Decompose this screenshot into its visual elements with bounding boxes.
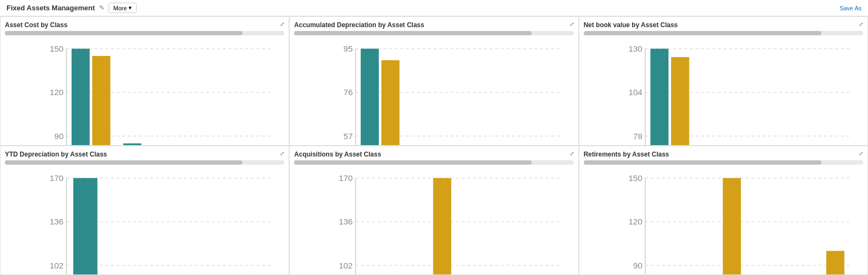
chart-svg: 17013610268340653080Class	[5, 167, 284, 275]
svg-rect-137	[826, 251, 844, 275]
scrollbar-track[interactable]	[294, 31, 573, 35]
svg-rect-67	[671, 57, 689, 146]
scrollbar-thumb[interactable]	[294, 31, 532, 35]
dashboard: Asset Cost by Class⤢15012090603002085308…	[0, 16, 868, 275]
chart-svg: 150120906030020306055Class	[584, 167, 863, 275]
page-title: Fixed Assets Management	[7, 4, 95, 12]
svg-rect-66	[650, 49, 668, 146]
panel-accum-dep: Accumulated Depreciation by Asset Class⤢…	[289, 16, 578, 146]
panel-net-book: Net book value by Asset Class⤢1301047852…	[579, 16, 868, 146]
scrollbar-thumb[interactable]	[584, 160, 821, 165]
svg-text:120: 120	[628, 217, 642, 226]
expand-icon[interactable]: ⤢	[280, 21, 284, 27]
panel-title-accum-dep: Accumulated Depreciation by Asset Class	[294, 21, 573, 29]
panel-title-net-book: Net book value by Asset Class	[584, 21, 863, 29]
chart-svg: 1701361026834020306085Class	[294, 167, 573, 275]
bar-chart: 130104785226020803085Class	[584, 38, 863, 146]
top-bar-left: Fixed Assets Management ✎ More ▾	[7, 3, 137, 13]
svg-rect-12	[72, 49, 90, 146]
panel-title-ytd-dep: YTD Depreciation by Asset Class	[5, 151, 284, 158]
expand-icon[interactable]: ⤢	[859, 151, 863, 157]
chart-area: 17013610268340653080ClassPrior YTD Depre…	[5, 160, 284, 275]
svg-text:170: 170	[49, 173, 63, 183]
expand-icon[interactable]: ⤢	[570, 21, 574, 27]
panel-ytd-dep: YTD Depreciation by Asset Class⤢17013610…	[0, 146, 289, 275]
panel-title-retirements: Retirements by Asset Class	[584, 151, 863, 158]
svg-rect-13	[92, 56, 110, 146]
expand-icon[interactable]: ⤢	[859, 21, 863, 27]
svg-text:136: 136	[49, 217, 63, 226]
svg-text:136: 136	[339, 217, 353, 226]
bar-chart: 9576573819065302080Class	[294, 38, 573, 146]
chart-area: 130104785226020803085ClassNet Book Value…	[584, 31, 863, 146]
svg-text:76: 76	[343, 88, 353, 97]
chart-area: 150120906030020306055ClassRetired Last Y…	[584, 160, 863, 275]
svg-text:90: 90	[54, 132, 63, 141]
bar-chart: 150120906030020306055Class	[584, 167, 863, 275]
scrollbar-track[interactable]	[5, 31, 284, 35]
svg-text:90: 90	[633, 261, 642, 270]
edit-icon[interactable]: ✎	[99, 4, 104, 11]
svg-rect-134	[723, 178, 741, 275]
scrollbar-thumb[interactable]	[5, 31, 242, 35]
svg-text:102: 102	[339, 261, 353, 270]
panel-retirements: Retirements by Asset Class⤢1501209060300…	[579, 146, 868, 275]
svg-text:104: 104	[628, 88, 642, 97]
svg-rect-39	[361, 49, 379, 146]
chart-svg: 9576573819065302080Class	[294, 38, 573, 146]
expand-icon[interactable]: ⤢	[280, 151, 284, 157]
top-bar: Fixed Assets Management ✎ More ▾ Save As	[0, 0, 868, 16]
scrollbar-thumb[interactable]	[5, 160, 242, 165]
chart-area: 1701361026834020306085ClassAcquired Last…	[294, 160, 573, 275]
scrollbar-track[interactable]	[584, 31, 863, 35]
svg-text:57: 57	[343, 132, 353, 141]
svg-text:120: 120	[49, 88, 63, 97]
bar-chart: 1701361026834020306085Class	[294, 167, 573, 275]
chart-svg: 130104785226020803085Class	[584, 38, 863, 146]
panel-title-acquisitions: Acquisitions by Asset Class	[294, 151, 573, 158]
svg-text:150: 150	[628, 173, 642, 183]
save-as-button[interactable]: Save As	[840, 5, 861, 11]
scrollbar-thumb[interactable]	[584, 31, 821, 35]
svg-rect-93	[73, 178, 97, 275]
panel-title-asset-cost: Asset Cost by Class	[5, 21, 284, 29]
svg-rect-40	[381, 60, 399, 146]
svg-text:78: 78	[633, 132, 642, 141]
scrollbar-track[interactable]	[5, 160, 284, 165]
svg-text:170: 170	[339, 173, 353, 183]
bar-chart: 150120906030020853080Class	[5, 38, 284, 146]
chart-svg: 150120906030020853080Class	[5, 38, 284, 146]
more-button[interactable]: More ▾	[108, 3, 137, 13]
svg-text:150: 150	[49, 44, 63, 53]
chart-area: 9576573819065302080ClassAccumulated Depr…	[294, 31, 573, 146]
expand-icon[interactable]: ⤢	[570, 151, 574, 157]
svg-text:95: 95	[343, 44, 353, 53]
svg-rect-114	[433, 178, 451, 275]
svg-text:102: 102	[49, 261, 63, 270]
panel-acquisitions: Acquisitions by Asset Class⤢170136102683…	[289, 146, 578, 275]
scrollbar-track[interactable]	[294, 160, 573, 165]
panel-asset-cost: Asset Cost by Class⤢15012090603002085308…	[0, 16, 289, 146]
bar-chart: 17013610268340653080Class	[5, 167, 284, 275]
chart-area: 150120906030020853080ClassCost(sum)Prior…	[5, 31, 284, 146]
scrollbar-track[interactable]	[584, 160, 863, 165]
svg-text:130: 130	[628, 44, 642, 53]
scrollbar-thumb[interactable]	[294, 160, 532, 165]
